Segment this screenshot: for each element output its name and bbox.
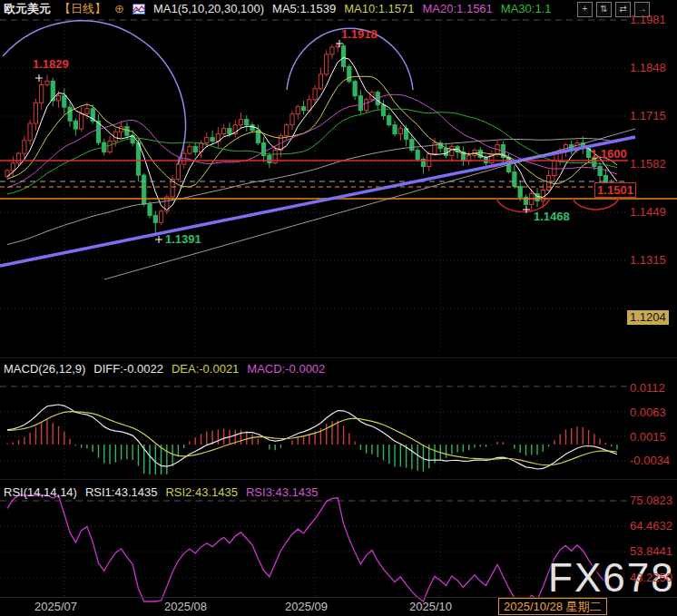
ma5-value: MA5:1.1539: [272, 2, 336, 16]
macd-axis-label: 0.0015: [630, 430, 666, 444]
ma10-value: MA10:1.1571: [344, 2, 414, 16]
drawings-layer: [0, 21, 677, 279]
ma20-value: MA20:1.1561: [423, 2, 493, 16]
rsi-title: RSI(14,14,14): [4, 485, 77, 499]
ma30-value: MA30:1.1: [501, 2, 552, 16]
macd-value: MACD:-0.0002: [247, 362, 325, 376]
current-price-tag: 1.1501: [594, 182, 636, 198]
date-axis-label: 2025/09: [285, 600, 328, 613]
price-axis-label: 1.1715: [630, 109, 666, 122]
rsi-header: RSI(14,14,14) RSI1:43.1435 RSI2:43.1435 …: [4, 485, 318, 499]
pan-icon[interactable]: +: [577, 2, 593, 17]
rsi-axis-label: 75.0823: [630, 494, 672, 507]
rsi3-value: RSI3:43.1435: [246, 485, 319, 499]
resistance-price-label: 1.1600: [591, 147, 627, 161]
trading-chart-window: 欧元美元 【日线】 ⊕ MA1(5,10,20,30,100) MA5:1.15…: [0, 0, 677, 616]
rsi1-value: RSI1:43.1435: [85, 485, 158, 499]
grid-layer: [0, 20, 628, 597]
rsi-layer: [7, 495, 617, 601]
rsi-line: [7, 495, 617, 601]
rsi2-value: RSI2:43.1435: [165, 485, 238, 499]
price-annotation: 1.1918: [341, 27, 378, 41]
macd-axis-label: -0.0034: [630, 454, 670, 467]
price-axis-label: 1.1449: [630, 205, 666, 219]
macd-diff-value: DIFF:-0.0022: [93, 362, 163, 376]
add-indicator-icon[interactable]: ⊕: [114, 2, 124, 16]
ma100-line: [7, 139, 617, 245]
low-price-marker: 1.1204: [627, 310, 669, 325]
scale-y-axis-icon[interactable]: ⇅: [596, 2, 612, 17]
price-axis-label: 1.1582: [630, 157, 666, 171]
macd-title: MACD(26,12,9): [4, 362, 85, 376]
ma-settings-label: MA1(5,10,20,30,100): [153, 2, 264, 16]
rsi-axis-label: 64.4632: [630, 519, 672, 533]
panel-divider: [0, 479, 677, 480]
chart-header: 欧元美元 【日线】 ⊕ MA1(5,10,20,30,100) MA5:1.15…: [4, 2, 552, 16]
chart-canvas[interactable]: [0, 0, 677, 616]
price-axis-label: 1.1848: [630, 61, 666, 74]
price-annotation: 1.1829: [33, 57, 69, 71]
macd-axis-label: 0.0112: [630, 381, 665, 395]
panel-divider: [0, 357, 677, 358]
rsi-axis-label: 53.8441: [630, 544, 672, 558]
date-axis-label: 2025/08: [164, 600, 207, 613]
symbol-title: 欧元美元: [4, 2, 51, 16]
macd-axis-label: 0.0063: [630, 406, 666, 419]
macd-dea-value: DEA:-0.0021: [172, 362, 239, 376]
scale-x-axis-icon[interactable]: ⇄: [615, 2, 631, 17]
highlighted-date-label: 2025/10/28 星期二: [498, 598, 607, 615]
candlestick-layer: [5, 43, 619, 233]
chart-type-icon[interactable]: [132, 4, 145, 15]
date-axis-label: 2025/07: [34, 600, 77, 613]
macd-header: MACD(26,12,9) DIFF:-0.0022 DEA:-0.0021 M…: [4, 362, 325, 376]
price-annotation: 1.1391: [165, 232, 201, 246]
price-axis-label: 1.1981: [630, 13, 666, 26]
ma-layer: [7, 58, 617, 245]
price-axis-label: 1.1315: [630, 253, 666, 267]
date-axis-label: 2025/10: [409, 600, 452, 613]
price-annotation: 1.1468: [534, 210, 570, 223]
period-selector[interactable]: 【日线】: [59, 2, 106, 16]
arc-october-bottom-2: [573, 198, 619, 210]
rsi-axis-label: 43.2250: [630, 571, 672, 584]
macd-layer: [7, 405, 617, 474]
